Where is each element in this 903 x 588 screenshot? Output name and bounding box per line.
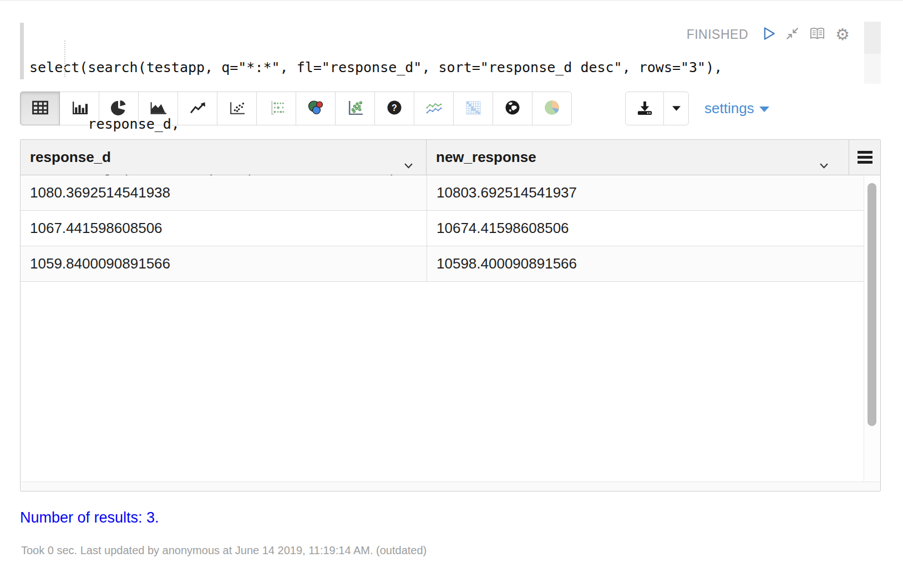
- viz-button-table[interactable]: [20, 92, 60, 125]
- cell-response_d: 1059.8400090891566: [21, 246, 427, 281]
- table-row: 1059.8400090891566 10598.400090891566: [21, 246, 880, 282]
- column-header-label: response_d: [30, 149, 111, 166]
- cell-new_response: 10674.41598608506: [427, 211, 880, 246]
- code-line: select(search(testapp, q="*:*", fl="resp…: [29, 58, 881, 77]
- table-row: 1080.3692514541938 10803.692514541937: [21, 175, 880, 211]
- compress-icon: [785, 27, 799, 42]
- gear-icon: ⚙: [835, 27, 850, 43]
- cell-new_response: 10598.400090891566: [427, 246, 880, 281]
- paragraph-settings-button[interactable]: ⚙: [835, 27, 850, 43]
- table-row: 1067.441598608506 10674.41598608506: [21, 211, 880, 246]
- code-editor[interactable]: select(search(testapp, q="*:*", fl="resp…: [20, 17, 881, 86]
- horizontal-scrollbar[interactable]: [21, 481, 880, 491]
- book-icon: [809, 27, 826, 43]
- collapse-width-button[interactable]: [785, 27, 799, 42]
- show-editor-button[interactable]: [809, 27, 826, 43]
- code-line: response_d,: [29, 115, 881, 134]
- results-count-text: Number of results: 3.: [20, 509, 881, 526]
- column-header-new_response[interactable]: new_response: [427, 140, 847, 175]
- run-button[interactable]: [762, 26, 776, 43]
- scrollbar-thumb[interactable]: [868, 183, 876, 426]
- table-header-row: response_d new_response: [21, 140, 880, 175]
- table-body: 1080.3692514541938 10803.692514541937 10…: [21, 175, 880, 481]
- paragraph-footer-text: Took 0 sec. Last updated by anonymous at…: [21, 544, 881, 557]
- editor-scrollbar[interactable]: [864, 22, 881, 84]
- play-icon: [762, 26, 776, 43]
- paragraph-controls: FINISHED: [626, 22, 850, 47]
- paragraph: select(search(testapp, q="*:*", fl="resp…: [20, 17, 881, 557]
- vertical-scrollbar[interactable]: [864, 175, 880, 481]
- column-header-response_d[interactable]: response_d: [21, 140, 427, 175]
- column-header-label: new_response: [436, 149, 536, 166]
- cell-response_d: 1080.3692514541938: [21, 175, 427, 210]
- chevron-down-icon[interactable]: [404, 155, 413, 173]
- status-badge: FINISHED: [687, 27, 748, 42]
- chevron-down-icon[interactable]: [820, 155, 828, 173]
- cell-new_response: 10803.692514541937: [427, 175, 880, 210]
- cell-response_d: 1067.441598608506: [21, 211, 427, 246]
- editor-gutter-bar: [20, 23, 24, 79]
- result-table: response_d new_response 1080.36925145419…: [20, 139, 881, 491]
- table-icon: [32, 100, 49, 116]
- indent-guide: [64, 40, 65, 77]
